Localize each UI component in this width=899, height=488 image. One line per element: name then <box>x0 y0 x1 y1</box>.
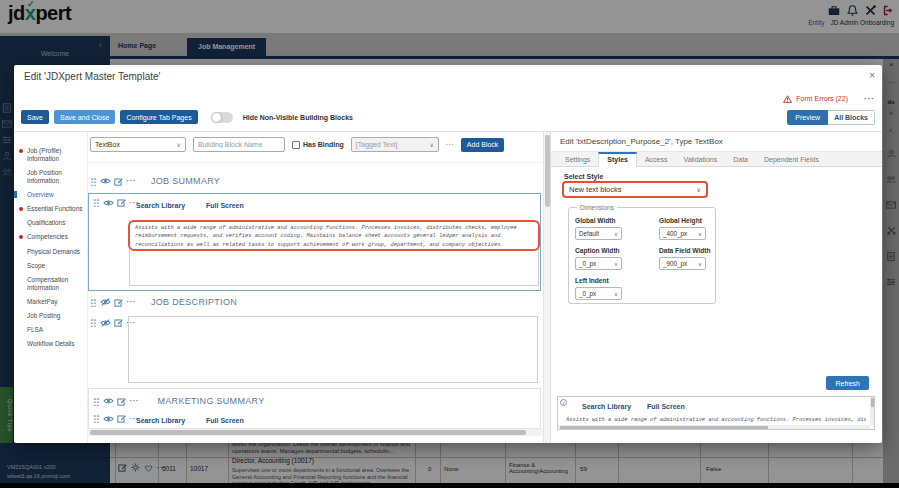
job-summary-block: ··· Search Library Full Screen Assists w… <box>88 193 541 291</box>
hidden-eye-icon[interactable] <box>100 298 111 306</box>
save-and-close-button[interactable]: Save and Close <box>54 110 115 124</box>
edit-block-icon[interactable] <box>117 414 126 423</box>
search-library-link[interactable]: Search Library <box>136 417 185 424</box>
caption-width-select[interactable]: _0_px∨ <box>575 257 622 270</box>
visible-eye-icon[interactable] <box>103 415 114 423</box>
all-blocks-button[interactable]: All Blocks <box>828 110 875 125</box>
nav-flsa[interactable]: FLSA <box>14 326 87 334</box>
inspector-title: Edit 'txtDescription_Purpose_2', Type Te… <box>560 137 723 146</box>
template-section-nav: Job (Profile) Information Job Position I… <box>14 132 88 443</box>
search-library-link[interactable]: Search Library <box>582 403 631 410</box>
nav-job-position-information[interactable]: Job Position Information <box>14 169 87 184</box>
select-style-dropdown[interactable]: New text blocks ∨ <box>562 181 708 198</box>
has-binding-checkbox[interactable] <box>292 141 300 149</box>
drag-handle-icon[interactable] <box>93 414 99 423</box>
left-indent-select[interactable]: _0_px∨ <box>575 287 622 300</box>
building-block-name-input[interactable] <box>193 137 285 152</box>
refresh-button[interactable]: Refresh <box>826 376 869 390</box>
blocks-editor: TextBox∨ Has Binding [Tagged Text]∨ ··· … <box>88 132 543 443</box>
configure-tab-pages-button[interactable]: Configure Tab Pages <box>120 110 197 124</box>
left-indent-label: Left Indent <box>575 277 659 284</box>
preview-button[interactable]: Preview <box>787 110 828 125</box>
visible-eye-icon[interactable] <box>103 397 114 405</box>
drag-handle-icon[interactable] <box>90 298 96 307</box>
job-summary-text[interactable]: Assists with a wide range of administrat… <box>135 224 537 249</box>
preview-v-scrollbar[interactable] <box>870 397 874 425</box>
horizontal-scrollbar[interactable] <box>88 429 543 436</box>
hide-blocks-label: Hide Non-Visible Building Blocks <box>243 114 353 121</box>
visible-eye-icon[interactable] <box>103 199 114 207</box>
edit-block-icon[interactable] <box>114 298 123 307</box>
nav-physical-demands[interactable]: Physical Demands <box>14 248 87 256</box>
section-title-job-description: JOB DESCRIPTION <box>151 297 237 307</box>
tab-settings[interactable]: Settings <box>557 152 598 166</box>
preview-h-scrollbar[interactable] <box>558 425 870 429</box>
block-more-icon[interactable]: ··· <box>130 399 140 403</box>
preview-text: Assists with a wide range of administrat… <box>566 417 866 423</box>
nav-marketpay[interactable]: MarketPay <box>14 298 87 306</box>
form-errors-label[interactable]: Form Errors (22) <box>796 95 848 102</box>
save-button[interactable]: Save <box>21 110 49 124</box>
global-width-label: Global Width <box>575 217 659 224</box>
edit-block-icon[interactable] <box>117 198 126 207</box>
global-height-label: Global Height <box>659 217 711 224</box>
add-block-button[interactable]: Add Block <box>461 138 505 152</box>
edit-template-modal: Edit 'JDXpert Master Template' × Save Sa… <box>14 65 882 443</box>
tab-styles[interactable]: Styles <box>598 152 637 167</box>
nav-scope[interactable]: Scope <box>14 262 87 270</box>
block-type-select[interactable]: TextBox∨ <box>90 137 186 152</box>
modal-title: Edit 'JDXpert Master Template' <box>24 71 160 82</box>
block-more-icon[interactable]: ··· <box>127 179 137 183</box>
drag-handle-icon[interactable] <box>90 318 96 327</box>
edit-block-icon[interactable] <box>114 177 123 186</box>
tagged-text-select: [Tagged Text]∨ <box>351 137 439 152</box>
edit-block-icon[interactable] <box>117 397 126 406</box>
full-screen-link[interactable]: Full Screen <box>647 403 685 410</box>
nav-compensation-information[interactable]: Compensation Information <box>14 276 87 291</box>
has-binding-label: Has Binding <box>303 141 344 148</box>
block-preview-pane: i Search Library Full Screen Assists wit… <box>557 396 875 430</box>
drag-handle-icon[interactable] <box>90 177 96 186</box>
modal-close-icon[interactable]: × <box>869 70 875 81</box>
nav-overview[interactable]: Overview <box>14 191 87 199</box>
dimensions-fieldset: Dimensions Global Width Default∨ Global … <box>568 207 716 304</box>
nav-competencies[interactable]: Competencies <box>14 233 87 241</box>
hidden-eye-icon[interactable] <box>100 319 111 327</box>
tab-dependent-fields[interactable]: Dependent Fields <box>756 152 827 166</box>
search-library-link[interactable]: Search Library <box>136 202 185 209</box>
drag-handle-icon[interactable] <box>93 397 99 406</box>
warning-icon <box>783 95 792 103</box>
marketing-summary-block: ··· MARKETING SUMMARY ··· Search Library… <box>88 388 541 429</box>
block-bar-more-icon: ··· <box>446 140 454 149</box>
data-field-width-label: Data Field Width <box>659 247 711 254</box>
info-icon: i <box>560 399 567 406</box>
tab-validations[interactable]: Validations <box>675 152 725 166</box>
full-screen-link[interactable]: Full Screen <box>206 417 244 424</box>
nav-workflow-details[interactable]: Workflow Details <box>14 340 87 348</box>
select-style-label: Select Style <box>564 173 603 180</box>
nav-job-posting[interactable]: Job Posting <box>14 312 87 320</box>
edit-block-icon[interactable] <box>114 318 123 327</box>
inspector-tabs: Settings Styles Access Validations Data … <box>551 151 882 167</box>
drag-handle-icon[interactable] <box>93 198 99 207</box>
data-field-width-select[interactable]: _900_px∨ <box>659 257 706 270</box>
job-description-textarea[interactable] <box>128 316 538 383</box>
block-inspector: Edit 'txtDescription_Purpose_2', Type Te… <box>550 132 882 443</box>
tab-data[interactable]: Data <box>725 152 756 166</box>
nav-qualifications[interactable]: Qualifications <box>14 219 87 227</box>
section-title-job-summary: JOB SUMMARY <box>151 176 220 186</box>
chevron-down-icon: ∨ <box>429 141 433 148</box>
caption-width-label: Caption Width <box>575 247 659 254</box>
global-width-select[interactable]: Default∨ <box>575 227 622 240</box>
block-more-icon[interactable]: ··· <box>127 300 137 304</box>
nav-essential-functions[interactable]: Essential Functions <box>14 205 87 213</box>
visible-eye-icon[interactable] <box>100 177 111 185</box>
modal-more-icon[interactable]: ··· <box>864 94 875 103</box>
global-height-select[interactable]: _400_px∨ <box>659 227 706 240</box>
section-title-marketing-summary: MARKETING SUMMARY <box>158 396 265 406</box>
tab-access[interactable]: Access <box>637 152 676 166</box>
hide-blocks-toggle[interactable] <box>211 112 233 123</box>
vertical-scrollbar[interactable] <box>543 132 550 443</box>
nav-job-profile-information[interactable]: Job (Profile) Information <box>14 147 87 162</box>
full-screen-link[interactable]: Full Screen <box>206 202 244 209</box>
